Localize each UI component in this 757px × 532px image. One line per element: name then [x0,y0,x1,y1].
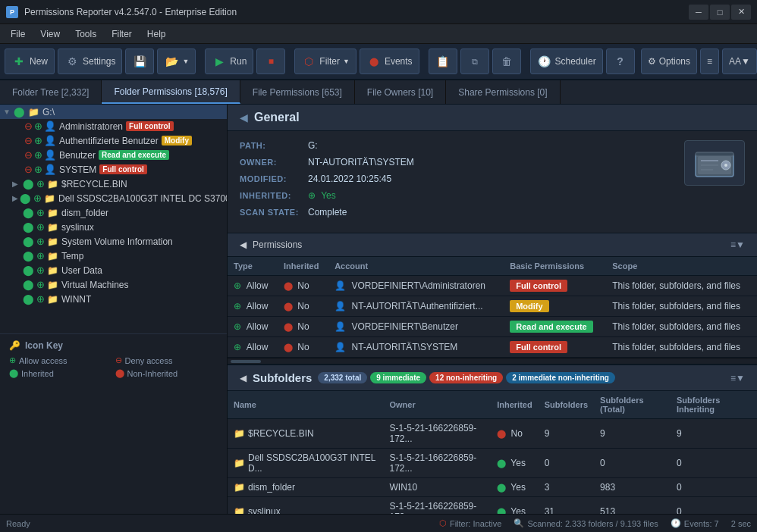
tab-share-permissions[interactable]: Share Permissions [0] [446,80,560,104]
general-title: General [254,111,300,124]
help-button[interactable]: ? [606,49,635,74]
new-button[interactable]: ✚ New [5,49,55,74]
delete-button[interactable]: 🗑 [492,49,521,74]
tab-folder-tree[interactable]: Folder Tree [2,332] [0,80,102,104]
folder-icon-temp: 📁 [47,251,58,261]
perm-row-4[interactable]: ⊕ Allow ⬤ No 👤 NT-AUTORITÄT\SYSTEM Fu [228,337,757,358]
perm-type-2: ⊕ Allow [228,296,278,317]
scheduler-button[interactable]: 🕐 Scheduler [530,49,603,74]
menu-bar: File View Tools Filter Help [0,24,757,44]
drive-svg [692,146,737,180]
status-icon-winnt: ⬤ [23,293,34,305]
subfolders-menu-icon[interactable]: ≡▼ [730,373,745,383]
tree-item-winnt[interactable]: ▶ ⬤ ⊕ 📁 WINNT [0,292,227,306]
settings-button[interactable]: ⚙ Settings [58,49,122,74]
sub-row-4[interactable]: 📁 syslinux S-1-5-21-166226859-172... ⬤ Y… [228,497,757,515]
inherited-label: INHERITED: [240,191,308,200]
general-section: ◀ General PATH: G: OWNER: NT-AUTORITÄT\S… [228,105,757,233]
delete-icon: 🗑 [499,54,514,69]
icon-key-items: ⊕ Allow access ⊖ Deny access ⬤ Inherited… [9,355,218,378]
filter-button[interactable]: ⬡ Filter ▼ [294,49,357,74]
permissions-header: ◀ Permissions ≡▼ [228,233,757,257]
sub-row-2[interactable]: 📁 Dell SSDSC2BA100G3T INTEL D... S-1-5-2… [228,449,757,478]
tree-item-root[interactable]: ▼ ⬤ 📁 G:\ [0,105,227,119]
sub-total-4: 513 [594,497,671,515]
folder-icon-sub-1: 📁 [234,428,245,439]
deny-icon-1: ⊖ [24,120,33,132]
perm-col-inherited: Inherited [278,257,328,276]
save-button[interactable]: 💾 [125,49,154,74]
sub-row-3[interactable]: 📁 dism_folder WIN10 ⬤ Yes 3 983 0 [228,478,757,497]
subfolders-header: ◀ Subfolders 2,332 total 9 immediate 12 … [228,364,757,391]
perm-inherited-2: ⬤ No [278,296,328,317]
ik-deny-access: ⊖ Deny access [115,355,218,365]
tree-item-system[interactable]: ⊖ ⊕ 👤 SYSTEM Full control [0,162,227,177]
status-icon-sysvolinfo: ⬤ [23,236,34,247]
perm-row-3[interactable]: ⊕ Allow ⬤ No 👤 VORDEFINIERT\Benutzer [228,317,757,337]
events-button[interactable]: ⬤ Events [360,49,419,74]
expand-icon-userdata: ▶ [12,266,21,274]
perm-inherited-3: ⬤ No [278,317,328,337]
expand-icon-winnt: ▶ [12,295,21,303]
tab-file-permissions[interactable]: File Permissions [653] [240,80,355,104]
run-button[interactable]: ▶ Run [205,49,253,74]
minimize-button[interactable]: ─ [689,5,708,20]
open-button[interactable]: 📂 ▼ [157,49,196,74]
tree-item-temp[interactable]: ▶ ⬤ ⊕ 📁 Temp [0,249,227,263]
expand-icon-syslinux: ▶ [12,223,21,231]
view-toggle-button[interactable]: ≡ [700,49,719,74]
ik-allow-access: ⊕ Allow access [9,355,112,365]
maximize-button[interactable]: □ [710,5,730,20]
tree-item-admin[interactable]: ⊖ ⊕ 👤 Administratoren Full control [0,119,227,133]
tree-item-userdata[interactable]: ▶ ⬤ ⊕ 📁 User Data [0,263,227,277]
expand-icon: ▼ [3,108,12,116]
root-label: G:\ [42,107,55,117]
subfolders-section: ◀ Subfolders 2,332 total 9 immediate 12 … [228,364,757,514]
tree-item-syslinux[interactable]: ▶ ⬤ ⊕ 📁 syslinux [0,220,227,234]
perm-scrollbar[interactable] [228,358,757,364]
filter-icon: ⬡ [301,54,316,69]
options-button[interactable]: ⚙ Options [641,49,697,74]
perm-header-row: Type Inherited Account Basic Permissions… [228,257,757,276]
tabs: Folder Tree [2,332] Folder Permissions [… [0,80,757,105]
tree-item-dell[interactable]: ▶ ⬤ ⊕ 📁 Dell SSDSC2BA100G3T INTEL DC S37… [0,191,227,205]
status-time: 2 sec [731,519,751,528]
menu-view[interactable]: View [33,27,68,41]
status-icon-temp: ⬤ [23,250,34,261]
dropdown-arrow: ▼ [182,58,189,65]
user-icon-2: 👤 [44,135,56,146]
copy-button[interactable]: 📋 [429,49,457,74]
perm-account-1: 👤 VORDEFINIERT\Administratoren [328,276,504,296]
allow-icon-2: ⊕ [34,135,42,146]
menu-file[interactable]: File [3,27,33,41]
allow-icon-vms: ⊕ [36,279,45,290]
tree-item-dism[interactable]: ▶ ⬤ ⊕ 📁 dism_folder [0,205,227,220]
menu-tools[interactable]: Tools [68,27,104,41]
benutzer-label: Benutzer [59,150,96,161]
tree-item-vms[interactable]: ▶ ⬤ ⊕ 📁 Virtual Machines [0,277,227,292]
menu-filter[interactable]: Filter [104,27,140,41]
tree-item-auth[interactable]: ⊖ ⊕ 👤 Authentifizierte Benutzer Modify [0,133,227,148]
tab-file-owners[interactable]: File Owners [10] [355,80,446,104]
tree-item-benutzer[interactable]: ⊖ ⊕ 👤 Benutzer Read and execute [0,148,227,162]
perm-row-2[interactable]: ⊕ Allow ⬤ No 👤 NT-AUTORITÄT\Authentifizi… [228,296,757,317]
status-icon-recycle: ⬤ [23,178,34,189]
perm-col-account: Account [328,257,504,276]
stop-button[interactable]: ■ [256,49,285,74]
sub-header-row: Name Owner Inherited Subfolders Subfolde… [228,391,757,419]
general-header: ◀ General [228,105,757,131]
clone-button[interactable]: ⧉ [460,49,489,74]
menu-help[interactable]: Help [140,27,174,41]
tab-folder-permissions[interactable]: Folder Permissions [18,576] [102,80,240,104]
perm-row-1[interactable]: ⊕ Allow ⬤ No 👤 VORDEFINIERT\Administrato… [228,276,757,296]
close-button[interactable]: ✕ [731,5,751,20]
zoom-button[interactable]: AA▼ [722,49,757,74]
tree-item-recycle[interactable]: ▶ ⬤ ⊕ 📁 $RECYCLE.BIN [0,177,227,191]
status-icon-userdata: ⬤ [23,264,34,276]
tree-item-sysvolinfo[interactable]: ▶ ⬤ ⊕ 📁 System Volume Information [0,234,227,249]
stop-icon: ■ [263,54,278,69]
permissions-menu-icon[interactable]: ≡▼ [730,239,745,250]
permissions-title: Permissions [253,239,302,250]
sub-row-1[interactable]: 📁 $RECYCLE.BIN S-1-5-21-166226859-172...… [228,419,757,449]
perm-basic-1: Full control [504,276,606,296]
